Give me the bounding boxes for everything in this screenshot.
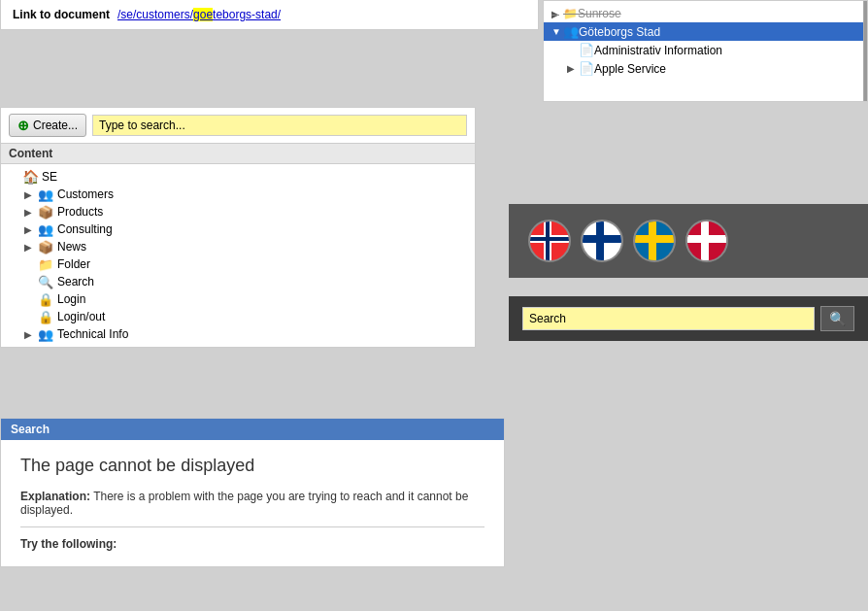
tree-label: News <box>57 240 86 254</box>
create-bar: ⊕ Create... <box>1 108 475 143</box>
divider <box>20 526 484 527</box>
tree-label: Login <box>57 292 85 306</box>
error-explanation: Explanation: There is a problem with the… <box>20 490 484 517</box>
tree-item-customers[interactable]: ▶ 👥 Customers <box>1 186 475 203</box>
arrow-icon: ▶ <box>24 329 38 340</box>
doc-icon: 📄 <box>579 61 594 76</box>
blue-folder-icon: 👥 <box>38 222 53 236</box>
create-button[interactable]: ⊕ Create... <box>9 114 86 137</box>
blue-folder-icon: 👥 <box>38 327 53 341</box>
tree-label: Products <box>57 205 103 219</box>
try-following: Try the following: <box>20 537 484 551</box>
arrow-icon: ▶ <box>24 189 38 200</box>
arrow-icon: ▶ <box>551 9 563 19</box>
link-to-document-panel: Link to document /se/customers/goeteborg… <box>0 0 539 30</box>
folder-icon: 📁 <box>563 7 578 20</box>
lock-icon: 🔒 <box>38 310 53 323</box>
create-button-label: Create... <box>33 119 78 132</box>
tree-label: Folder <box>57 257 90 271</box>
tree-item-admin[interactable]: ▶ 📄 Administrativ Information <box>544 41 867 59</box>
tree-label: Consulting <box>57 222 113 236</box>
arrow-icon: ▼ <box>551 26 563 37</box>
search-submit-button[interactable]: 🔍 <box>820 306 854 331</box>
tree-label: Customers <box>57 187 114 201</box>
flag-denmark[interactable] <box>685 220 728 262</box>
tree-item-label: Göteborgs Stad <box>579 25 660 39</box>
link-label: Link to document <box>13 8 110 21</box>
bottom-panel-header: Search <box>1 419 504 440</box>
tree-item-label: Administrativ Information <box>594 44 722 57</box>
content-area: ⊕ Create... Content 🏠 SE ▶ 👥 Customers ▶… <box>0 107 476 348</box>
arrow-icon: ▶ <box>24 207 38 218</box>
tree-item-goteborgs[interactable]: ▼ 👥 Göteborgs Stad <box>544 22 867 41</box>
arrow-icon: ▶ <box>24 242 38 253</box>
folder-icon: 📁 <box>38 257 53 271</box>
folder-icon: 👥 <box>563 24 579 39</box>
explanation-label: Explanation: <box>20 490 90 503</box>
tree-item-loginout[interactable]: ▶ 🔒 Login/out <box>1 308 475 325</box>
tree-item-apple[interactable]: ▶ 📄 Apple Service <box>544 59 867 78</box>
tree-item-label: Apple Service <box>594 62 666 76</box>
arrow-icon: ▶ <box>567 63 579 74</box>
arrow-icon: ▶ <box>24 294 38 305</box>
tree-label: Technical Info <box>57 327 128 341</box>
tree-label: Search <box>57 275 94 289</box>
tree-item-search[interactable]: ▶ 🔍 Search <box>1 273 475 290</box>
link-highlight: goe <box>193 8 213 21</box>
tree-item-sunrose[interactable]: ▶ 📁 Sunrose <box>544 5 867 22</box>
tree-item-login[interactable]: ▶ 🔒 Login <box>1 290 475 308</box>
flag-sweden[interactable] <box>633 220 676 262</box>
flag-norway[interactable] <box>528 220 571 262</box>
bottom-panel-body: The page cannot be displayed Explanation… <box>1 440 504 566</box>
tree-item-folder[interactable]: ▶ 📁 Folder <box>1 255 475 273</box>
doc-icon: 📄 <box>579 43 594 57</box>
search-input[interactable] <box>92 115 467 136</box>
tree-label: SE <box>42 170 57 184</box>
document-link[interactable]: /se/customers/goeteborgs-stad/ <box>117 8 281 21</box>
search-bar-panel: 🔍 <box>509 296 868 341</box>
tree-item-news[interactable]: ▶ 📦 News <box>1 238 475 255</box>
arrow-icon: ▶ <box>24 277 38 288</box>
arrow-icon: ▶ <box>24 224 38 235</box>
blue-folder-icon: 👥 <box>38 187 53 201</box>
lock-icon: 🔒 <box>38 292 53 306</box>
tree-item-label: Sunrose <box>578 7 621 20</box>
flag-panel <box>509 204 868 278</box>
error-title: The page cannot be displayed <box>20 456 484 476</box>
content-header: Content <box>1 143 475 164</box>
bottom-panel: Search The page cannot be displayed Expl… <box>0 418 505 567</box>
home-icon: 🏠 <box>22 170 38 184</box>
right-tree-panel: ▶ 📁 Sunrose ▼ 👥 Göteborgs Stad ▶ 📄 Admin… <box>543 0 868 102</box>
arrow-icon: ▶ <box>24 259 38 270</box>
brown-folder-icon: 📦 <box>38 205 53 219</box>
content-tree: 🏠 SE ▶ 👥 Customers ▶ 📦 Products ▶ 👥 Cons… <box>1 164 475 347</box>
plus-icon: ⊕ <box>17 118 29 133</box>
tree-item-technical[interactable]: ▶ 👥 Technical Info <box>1 325 475 343</box>
arrow-icon: ▶ <box>567 45 579 55</box>
tree-item-consulting[interactable]: ▶ 👥 Consulting <box>1 221 475 238</box>
search-input-field[interactable] <box>522 307 815 330</box>
flag-finland[interactable] <box>581 220 623 262</box>
tree-label: Login/out <box>57 310 105 323</box>
tree-item-products[interactable]: ▶ 📦 Products <box>1 203 475 221</box>
arrow-icon: ▶ <box>24 312 38 322</box>
search-icon: 🔍 <box>38 275 53 289</box>
brown-folder-icon: 📦 <box>38 240 53 254</box>
tree-item-se[interactable]: 🏠 SE <box>1 168 475 186</box>
